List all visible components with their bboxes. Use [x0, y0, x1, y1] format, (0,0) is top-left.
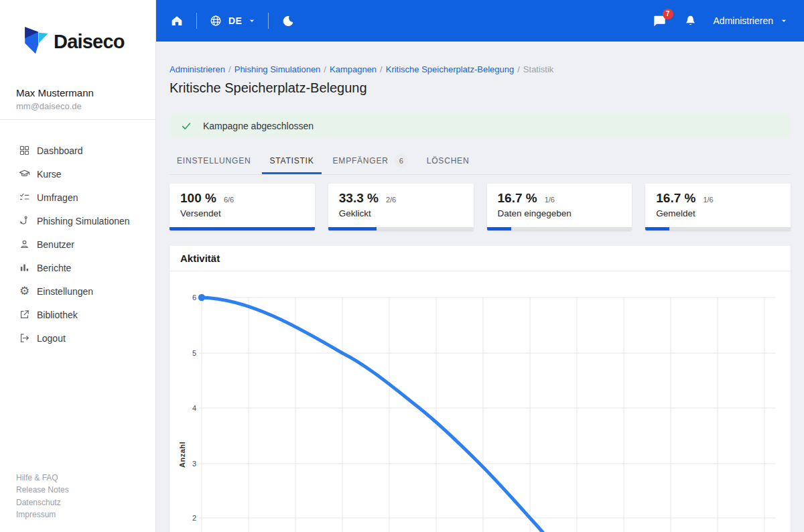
brand-name: Daiseco: [54, 31, 125, 53]
brand-logo[interactable]: Daiseco: [22, 25, 155, 58]
sidebar-divider: [0, 119, 155, 120]
messages-button[interactable]: 7: [652, 13, 667, 29]
messages-badge: 7: [663, 9, 673, 19]
campaign-status-banner: Kampagne abgeschlossen: [170, 114, 791, 138]
daiseco-logo-icon: [22, 25, 49, 58]
sidebar-item-kurse[interactable]: Kurse: [0, 162, 155, 186]
check-icon: [181, 121, 192, 131]
chart-title: Aktivität: [170, 246, 791, 271]
y-axis-title: Anzahl: [178, 442, 186, 468]
user-info: Max Mustermann mm@daiseco.de: [16, 87, 155, 111]
breadcrumb-link[interactable]: Kritische Speicherplatz-Belegung: [386, 64, 515, 74]
home-icon: [170, 13, 184, 28]
tab-label: EMPFÄNGER: [333, 156, 389, 165]
checklist-icon: [19, 192, 30, 203]
tab-loeschen[interactable]: LÖSCHEN: [419, 149, 477, 174]
sidebar-item-phishing-simulationen[interactable]: Phishing Simulationen: [0, 209, 155, 232]
tab-einstellungen[interactable]: EINSTELLUNGEN: [170, 149, 258, 174]
breadcrumb-separator: /: [517, 64, 520, 74]
chart-line-aktivitaet: [202, 297, 553, 532]
breadcrumb-link[interactable]: Kampagnen: [330, 64, 377, 74]
sidebar-item-berichte[interactable]: Berichte: [0, 256, 155, 279]
tab-empfaenger[interactable]: EMPFÄNGER6: [326, 149, 415, 174]
sidebar-item-label: Bibliothek: [37, 310, 78, 320]
home-button[interactable]: [170, 13, 184, 28]
y-tick-label: 4: [192, 404, 196, 412]
sidebar-nav: Dashboard Kurse Umfragen Phishing Simula…: [0, 139, 155, 350]
footer-link-datenschutz[interactable]: Datenschutz: [16, 496, 69, 509]
dashboard-grid-icon: [19, 145, 30, 156]
logout-icon: [19, 332, 30, 344]
stat-label: Versendet: [180, 208, 304, 218]
page-title: Kritische Speicherplatz-Belegung: [170, 80, 791, 96]
language-code: DE: [228, 15, 242, 26]
sidebar-item-umfragen[interactable]: Umfragen: [0, 186, 155, 209]
breadcrumb-separator: /: [380, 64, 383, 74]
user-email: mm@daiseco.de: [16, 101, 155, 111]
sidebar-item-label: Benutzer: [37, 239, 74, 250]
stat-card-daten-eingegeben: 16.7 %1/6 Daten eingegeben: [487, 184, 632, 230]
language-selector[interactable]: DE: [209, 14, 256, 27]
stat-fraction: 2/6: [386, 196, 396, 204]
sidebar-item-logout[interactable]: Logout: [0, 326, 155, 350]
stat-cards: 100 %6/6 Versendet 33.3 %2/6 Geklickt 16…: [170, 184, 791, 230]
y-tick-label: 3: [192, 460, 196, 468]
graduation-cap-icon: [19, 168, 30, 180]
app-window: Daiseco Max Mustermann mm@daiseco.de Das…: [0, 0, 804, 532]
tab-count-badge: 6: [395, 154, 408, 168]
breadcrumb-current: Statistik: [523, 64, 554, 74]
breadcrumb-link[interactable]: Phishing Simulationen: [234, 64, 321, 74]
topbar-divider: [196, 13, 197, 29]
tab-label: STATISTIK: [269, 156, 314, 165]
banner-text: Kampagne abgeschlossen: [203, 121, 314, 131]
activity-chart-card: Aktivität 6 5 4 3 2 Anzahl: [170, 246, 791, 532]
chart-horizontal-gridlines: [199, 297, 776, 518]
stat-label: Daten eingegeben: [498, 208, 622, 218]
y-tick-label: 5: [192, 349, 196, 357]
topbar: DE 7 Administrieren: [156, 0, 804, 42]
breadcrumb-link[interactable]: Administrieren: [170, 64, 225, 74]
sidebar-item-bibliothek[interactable]: Bibliothek: [0, 303, 155, 326]
dark-mode-toggle[interactable]: [281, 14, 295, 28]
progress-track: [328, 227, 474, 230]
stat-card-gemeldet: 16.7 %1/6 Gemeldet: [645, 184, 791, 230]
sidebar-item-label: Dashboard: [37, 145, 83, 156]
notifications-button[interactable]: [683, 14, 697, 28]
stat-fraction: 6/6: [224, 196, 234, 204]
progress-fill: [328, 227, 377, 230]
footer-link-release-notes[interactable]: Release Notes: [16, 484, 69, 496]
sidebar-item-benutzer[interactable]: Benutzer: [0, 232, 155, 256]
stat-percent: 100 %: [180, 191, 216, 206]
progress-fill: [645, 227, 669, 230]
topbar-right: 7 Administrieren: [652, 13, 788, 29]
sidebar-item-dashboard[interactable]: Dashboard: [0, 139, 155, 162]
bar-chart-icon: [19, 262, 30, 273]
gear-icon: ⚙: [19, 285, 30, 297]
chevron-down-icon: [780, 17, 788, 25]
sidebar: Daiseco Max Mustermann mm@daiseco.de Das…: [0, 0, 156, 532]
fish-hook-icon: [19, 215, 30, 226]
breadcrumb-separator: /: [228, 64, 231, 74]
tab-statistik[interactable]: STATISTIK: [262, 149, 321, 174]
stat-label: Gemeldet: [656, 208, 780, 218]
page-content: Administrieren/Phishing Simulationen/Kam…: [156, 42, 804, 532]
sidebar-item-einstellungen[interactable]: ⚙ Einstellungen: [0, 279, 155, 303]
sidebar-item-label: Kurse: [37, 169, 62, 180]
progress-track: [170, 227, 315, 230]
account-label: Administrieren: [714, 15, 773, 26]
topbar-divider: [268, 13, 269, 29]
globe-icon: [209, 14, 222, 27]
chart-data-point: [198, 294, 205, 301]
tab-label: LÖSCHEN: [427, 156, 470, 165]
footer-link-hilfe-faq[interactable]: Hilfe & FAQ: [16, 472, 69, 484]
chevron-down-icon: [248, 17, 256, 25]
moon-icon: [281, 14, 295, 28]
stat-fraction: 1/6: [703, 196, 713, 204]
user-name: Max Mustermann: [16, 87, 155, 98]
sidebar-item-label: Berichte: [37, 263, 71, 273]
footer-link-impressum[interactable]: Impressum: [16, 509, 69, 521]
account-menu[interactable]: Administrieren: [714, 15, 788, 26]
stat-card-versendet: 100 %6/6 Versendet: [170, 184, 315, 230]
bell-icon: [683, 14, 697, 28]
progress-track: [487, 227, 632, 230]
